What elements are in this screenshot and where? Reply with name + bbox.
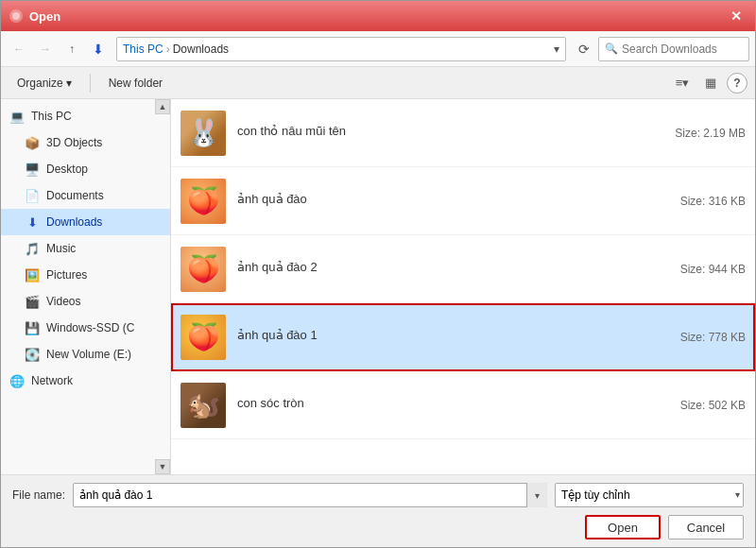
svg-point-1 bbox=[12, 12, 20, 20]
new-volume-icon: 💽 bbox=[24, 346, 41, 363]
open-button[interactable]: Open bbox=[585, 515, 661, 539]
sidebar-label-new-volume: New Volume (E:) bbox=[46, 348, 131, 361]
file-thumb-2: 🍑 bbox=[180, 179, 226, 224]
3d-objects-icon: 📦 bbox=[24, 134, 41, 151]
organize-label: Organize bbox=[17, 77, 63, 90]
file-item-2[interactable]: 🍑 ảnh quả đào Size: 316 KB bbox=[171, 167, 755, 235]
forward-button[interactable]: → bbox=[33, 37, 58, 61]
help-icon: ? bbox=[733, 77, 740, 90]
view-list-icon: ≡▾ bbox=[676, 76, 690, 90]
sidebar-label-pictures: Pictures bbox=[46, 268, 87, 282]
sidebar-item-pictures[interactable]: 🖼️ Pictures bbox=[1, 262, 170, 288]
file-item-5[interactable]: 🐿️ con sóc tròn Size: 502 KB bbox=[171, 371, 755, 439]
file-info-3: ảnh quả đào 2 bbox=[237, 260, 680, 278]
breadcrumb-dropdown-icon[interactable]: ▾ bbox=[554, 43, 559, 56]
file-item-4[interactable]: 🍑 ảnh quả đào 1 Size: 778 KB bbox=[171, 303, 755, 371]
sidebar-label-3d-objects: 3D Objects bbox=[46, 136, 102, 149]
cancel-button[interactable]: Cancel bbox=[668, 515, 744, 539]
sidebar: ▲ 💻 This PC 📦 3D Objects 🖥️ Desktop 📄 Do… bbox=[1, 99, 171, 474]
refresh-button[interactable]: ⟳ bbox=[572, 37, 596, 61]
open-dialog: Open ✕ ← → ↑ ⬇ This PC › Downloads ▾ ⟳ 🔍 bbox=[0, 0, 756, 548]
sidebar-item-videos[interactable]: 🎬 Videos bbox=[1, 288, 170, 315]
close-button[interactable]: ✕ bbox=[725, 5, 747, 27]
filename-dropdown-button[interactable]: ▾ bbox=[526, 483, 547, 507]
forward-icon: → bbox=[40, 43, 51, 56]
up-button[interactable]: ↑ bbox=[60, 37, 84, 61]
navbar: ← → ↑ ⬇ This PC › Downloads ▾ ⟳ 🔍 bbox=[1, 31, 755, 67]
sidebar-item-this-pc[interactable]: 💻 This PC bbox=[1, 103, 170, 129]
sidebar-item-network[interactable]: 🌐 Network bbox=[1, 368, 170, 394]
toolbar: Organize ▾ New folder ≡▾ ▦ ? bbox=[1, 67, 755, 99]
file-item-3[interactable]: 🍑 ảnh quả đào 2 Size: 944 KB bbox=[171, 235, 755, 303]
file-thumb-5: 🐿️ bbox=[180, 383, 226, 428]
file-list: 🐰 con thỏ nâu mũi tên Size: 2.19 MB 🍑 ản… bbox=[171, 99, 755, 474]
file-size-4: Size: 778 KB bbox=[680, 331, 746, 344]
file-info-2: ảnh quả đào bbox=[237, 192, 680, 210]
filetype-select[interactable]: Tệp tùy chỉnh bbox=[555, 483, 744, 507]
filename-label: File name: bbox=[12, 488, 65, 502]
sidebar-label-desktop: Desktop bbox=[46, 163, 88, 176]
thumb-emoji-4: 🍑 bbox=[187, 321, 220, 352]
search-input[interactable] bbox=[622, 43, 743, 56]
sidebar-item-new-volume[interactable]: 💽 New Volume (E:) bbox=[1, 341, 170, 368]
file-item-1[interactable]: 🐰 con thỏ nâu mũi tên Size: 2.19 MB bbox=[171, 99, 755, 167]
breadcrumb-downloads[interactable]: Downloads bbox=[173, 43, 229, 56]
toolbar-right: ≡▾ ▦ ? bbox=[670, 71, 747, 95]
sidebar-item-downloads[interactable]: ⬇ Downloads bbox=[1, 209, 170, 235]
titlebar: Open ✕ bbox=[1, 1, 755, 31]
sidebar-item-music[interactable]: 🎵 Music bbox=[1, 235, 170, 262]
back-icon: ← bbox=[13, 43, 25, 56]
file-thumb-3: 🍑 bbox=[180, 247, 226, 292]
filename-input[interactable] bbox=[73, 483, 547, 507]
dialog-title: Open bbox=[29, 9, 725, 24]
thumb-emoji-2: 🍑 bbox=[187, 185, 220, 216]
toolbar-separator bbox=[90, 74, 91, 93]
breadcrumb-this-pc[interactable]: This PC bbox=[123, 43, 163, 56]
sidebar-label-videos: Videos bbox=[46, 295, 80, 308]
breadcrumb: This PC › Downloads ▾ bbox=[116, 37, 566, 61]
new-folder-button[interactable]: New folder bbox=[100, 71, 171, 95]
file-name-4: ảnh quả đào 1 bbox=[237, 328, 680, 342]
desktop-icon: 🖥️ bbox=[24, 161, 41, 178]
sidebar-label-documents: Documents bbox=[46, 189, 104, 202]
pictures-icon: 🖼️ bbox=[24, 266, 41, 283]
sidebar-item-desktop[interactable]: 🖥️ Desktop bbox=[1, 156, 170, 182]
organize-arrow-icon: ▾ bbox=[66, 77, 72, 90]
videos-icon: 🎬 bbox=[24, 293, 41, 310]
file-thumb-4: 🍑 bbox=[180, 315, 226, 360]
downloads-icon: ⬇ bbox=[24, 214, 41, 231]
windows-ssd-icon: 💾 bbox=[24, 319, 41, 336]
sidebar-label-downloads: Downloads bbox=[46, 215, 102, 229]
sidebar-item-documents[interactable]: 📄 Documents bbox=[1, 182, 170, 209]
sidebar-item-windows-ssd[interactable]: 💾 Windows-SSD (C bbox=[1, 315, 170, 341]
file-info-1: con thỏ nâu mũi tên bbox=[237, 124, 675, 142]
organize-button[interactable]: Organize ▾ bbox=[9, 71, 80, 95]
sidebar-label-network: Network bbox=[31, 374, 73, 387]
view-list-button[interactable]: ≡▾ bbox=[670, 71, 695, 95]
file-info-5: con sóc tròn bbox=[237, 396, 680, 414]
documents-icon: 📄 bbox=[24, 187, 41, 204]
button-row: Open Cancel bbox=[12, 515, 744, 539]
breadcrumb-sep-1: › bbox=[166, 43, 170, 56]
thumb-emoji-5: 🐿️ bbox=[187, 389, 220, 420]
file-name-2: ảnh quả đào bbox=[237, 192, 680, 206]
file-name-1: con thỏ nâu mũi tên bbox=[237, 124, 675, 138]
filetype-wrap: Tệp tùy chỉnh ▾ bbox=[555, 483, 744, 507]
view-grid-button[interactable]: ▦ bbox=[698, 71, 723, 95]
sidebar-scroll-up[interactable]: ▲ bbox=[155, 99, 170, 114]
main-content: ▲ 💻 This PC 📦 3D Objects 🖥️ Desktop 📄 Do… bbox=[1, 99, 755, 474]
file-size-1: Size: 2.19 MB bbox=[675, 127, 746, 140]
chrome-icon bbox=[9, 9, 24, 24]
network-icon: 🌐 bbox=[9, 372, 26, 389]
filename-row: File name: ▾ Tệp tùy chỉnh ▾ bbox=[12, 483, 744, 507]
download-nav-icon: ⬇ bbox=[86, 37, 111, 61]
computer-icon: 💻 bbox=[9, 108, 26, 125]
sidebar-scroll-down[interactable]: ▼ bbox=[155, 459, 170, 474]
back-button[interactable]: ← bbox=[7, 37, 31, 61]
help-button[interactable]: ? bbox=[727, 73, 747, 94]
file-size-3: Size: 944 KB bbox=[680, 263, 746, 276]
sidebar-item-3d-objects[interactable]: 📦 3D Objects bbox=[1, 129, 170, 156]
file-size-2: Size: 316 KB bbox=[680, 195, 746, 208]
refresh-icon: ⟳ bbox=[578, 42, 590, 57]
up-icon: ↑ bbox=[69, 43, 75, 56]
